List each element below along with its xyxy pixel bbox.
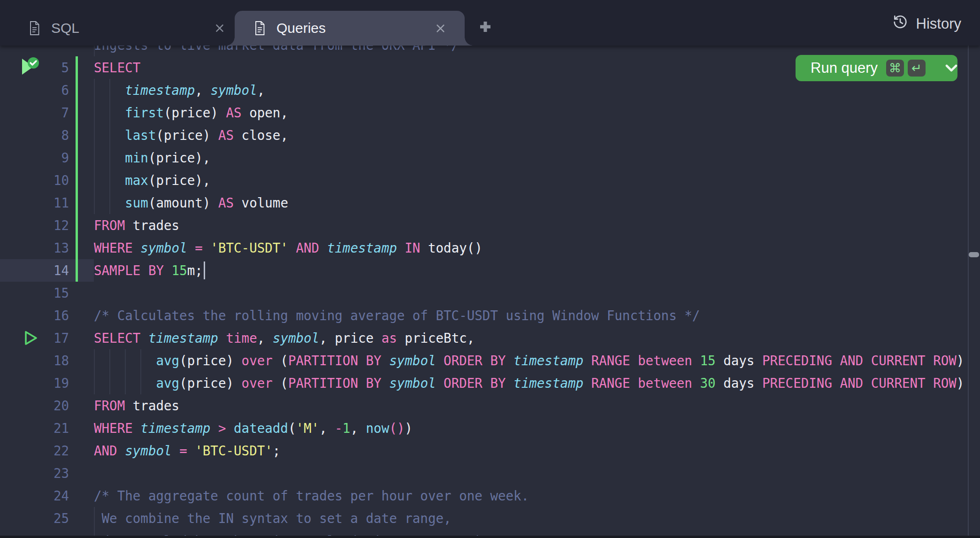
code-text: sum(amount) AS volume	[94, 192, 288, 214]
line-number: 12	[0, 214, 69, 237]
line-number: 25	[0, 507, 69, 530]
code-line[interactable]: 6 timestamp, symbol,	[0, 79, 980, 101]
line-number: 24	[0, 484, 69, 507]
line-number: 21	[0, 417, 69, 439]
line-number: 6	[0, 79, 69, 101]
vertical-scrollbar-thumb[interactable]	[969, 252, 979, 257]
run-query-button[interactable]: Run query ⌘ ↵	[796, 55, 957, 81]
line-number: 15	[0, 282, 69, 304]
code-text: avg(price) over (PARTITION BY symbol ORD…	[94, 372, 964, 394]
code-line[interactable]: 23	[0, 462, 980, 484]
code-text: Ingests to live market data from the OKX…	[94, 46, 459, 56]
code-editor[interactable]: Ingests to live market data from the OKX…	[0, 46, 980, 538]
line-number: 11	[0, 192, 69, 214]
code-line[interactable]: 18 avg(price) over (PARTITION BY symbol …	[0, 349, 980, 372]
code-line[interactable]: 22AND symbol = 'BTC-USDT';	[0, 439, 980, 462]
run-query-label: Run query	[811, 60, 878, 77]
code-line[interactable]: 12FROM trades	[0, 214, 980, 237]
line-number: 19	[0, 372, 69, 394]
file-text-icon	[253, 21, 266, 36]
line-number: 20	[0, 394, 69, 417]
line-number: 9	[0, 146, 69, 169]
code-line[interactable]: 10 max(price),	[0, 169, 980, 192]
history-clock-icon	[892, 14, 916, 34]
text-cursor	[204, 261, 205, 279]
tab-bar: SQL Queries	[0, 0, 980, 46]
code-line[interactable]: 17SELECT timestamp time, symbol, price a…	[0, 327, 980, 349]
code-text: avg(price) over (PARTITION BY symbol ORD…	[94, 349, 964, 372]
code-text: SAMPLE BY 15m;	[94, 259, 205, 282]
code-text: FROM trades	[94, 394, 179, 417]
sql-console-window: SQL Queries	[0, 0, 980, 538]
code-line[interactable]: 20FROM trades	[0, 394, 980, 417]
code-line[interactable]: 8 last(price) AS close,	[0, 124, 980, 146]
history-label: History	[916, 15, 961, 32]
code-text: WHERE symbol = 'BTC-USDT' AND timestamp …	[94, 237, 482, 259]
code-line[interactable]: 7 first(price) AS open,	[0, 101, 980, 124]
chevron-down-icon[interactable]	[945, 64, 957, 72]
code-line[interactable]: 25 We combine the IN syntax to set a dat…	[0, 507, 980, 530]
line-number: 7	[0, 101, 69, 124]
line-number: 8	[0, 124, 69, 146]
line-number: 10	[0, 169, 69, 192]
plus-icon	[479, 20, 492, 35]
code-text: /* Calculates the rolling moving average…	[94, 304, 700, 327]
code-text: SELECT timestamp time, symbol, price as …	[94, 327, 475, 349]
line-number: 18	[0, 349, 69, 372]
code-line[interactable]: 24/* The aggregate count of trades per h…	[0, 484, 980, 507]
code-text: WHERE timestamp > dateadd('M', -1, now()…	[94, 417, 413, 439]
code-text: last(price) AS close,	[94, 124, 288, 146]
cmd-key-icon: ⌘	[886, 60, 904, 77]
query-success-marker-icon[interactable]	[19, 57, 40, 80]
line-number: 13	[0, 237, 69, 259]
code-text: max(price),	[94, 169, 210, 192]
code-text: AND symbol = 'BTC-USDT';	[94, 439, 280, 462]
code-line[interactable]: 14SAMPLE BY 15m;	[0, 259, 980, 282]
tab-sql[interactable]: SQL	[17, 11, 233, 46]
tab-label: Queries	[276, 20, 326, 36]
run-line-marker-icon[interactable]	[22, 329, 39, 352]
tab-queries[interactable]: Queries	[235, 11, 465, 46]
code-text: first(price) AS open,	[94, 101, 288, 124]
code-text: SELECT	[94, 56, 140, 79]
code-line[interactable]: 16/* Calculates the rolling moving avera…	[0, 304, 980, 327]
enter-key-icon: ↵	[908, 60, 926, 77]
code-line[interactable]: 13WHERE symbol = 'BTC-USDT' AND timestam…	[0, 237, 980, 259]
code-line[interactable]: 19 avg(price) over (PARTITION BY symbol …	[0, 372, 980, 394]
line-number: 16	[0, 304, 69, 327]
tab-label: SQL	[51, 20, 79, 36]
code-text: min(price),	[94, 146, 210, 169]
executed-query-indicator-bar	[76, 56, 78, 282]
code-text: FROM trades	[94, 214, 179, 237]
file-text-icon	[28, 21, 41, 36]
close-icon[interactable]	[431, 19, 450, 38]
code-line[interactable]: 11 sum(amount) AS volume	[0, 192, 980, 214]
code-text: timestamp, symbol,	[94, 79, 265, 101]
line-number: 22	[0, 439, 69, 462]
code-line[interactable]: 9 min(price),	[0, 146, 980, 169]
code-text: We combine the IN syntax to set a date r…	[94, 507, 452, 530]
code-text: /* The aggregate count of trades per hou…	[94, 484, 529, 507]
editor-right-divider	[968, 46, 969, 538]
close-icon[interactable]	[210, 19, 229, 38]
new-tab-button[interactable]	[475, 17, 496, 38]
code-line[interactable]: 21WHERE timestamp > dateadd('M', -1, now…	[0, 417, 980, 439]
window-bottom-edge	[0, 536, 980, 538]
code-line[interactable]: 15	[0, 282, 980, 304]
history-button[interactable]: History	[892, 11, 961, 37]
line-number: 23	[0, 462, 69, 484]
line-number: 14	[0, 259, 69, 282]
